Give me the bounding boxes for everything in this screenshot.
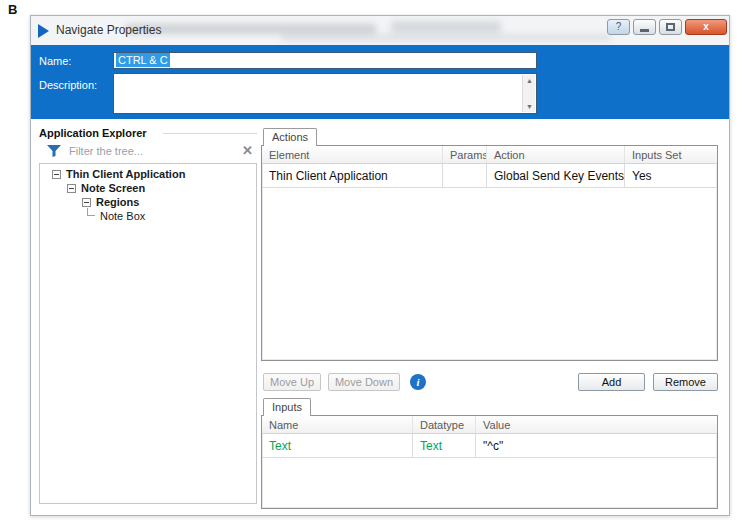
window-title: Navigate Properties (56, 23, 161, 37)
title-bar[interactable]: Navigate Properties ? x (31, 16, 729, 45)
actions-row[interactable]: Thin Client Application Global Send Key … (262, 164, 717, 188)
column-header-element[interactable]: Element (262, 146, 443, 163)
column-header-action[interactable]: Action (487, 146, 625, 163)
tree-item-thin-client-application[interactable]: Thin Client Application (40, 168, 256, 182)
tab-actions[interactable]: Actions (263, 128, 317, 146)
filter-funnel-icon (47, 145, 61, 157)
cell-element: Thin Client Application (262, 164, 443, 187)
filter-clear-icon[interactable]: ✕ (242, 143, 253, 158)
cell-params (443, 164, 487, 187)
add-button[interactable]: Add (578, 373, 645, 391)
inputs-grid-header: Name Datatype Value (262, 416, 717, 434)
info-icon[interactable]: i (410, 374, 426, 390)
properties-header: Name: CTRL & C Description: ▲ ▼ (31, 45, 729, 119)
navigate-properties-window: Navigate Properties ? x Name: CTRL & C D… (30, 15, 730, 516)
column-header-value[interactable]: Value (476, 416, 717, 433)
maximize-button[interactable] (659, 19, 682, 35)
figure-label: B (8, 2, 17, 17)
collapse-icon[interactable] (67, 184, 76, 193)
application-explorer-tree: Thin Client Application Note Screen Regi… (39, 163, 257, 504)
collapse-icon[interactable] (82, 198, 91, 207)
move-up-button[interactable]: Move Up (263, 373, 321, 391)
name-label: Name: (39, 55, 71, 67)
help-button[interactable]: ? (607, 19, 630, 35)
column-header-name[interactable]: Name (262, 416, 413, 433)
actions-grid-header: Element Params Action Inputs Set (262, 146, 717, 164)
inputs-row[interactable]: Text Text "^c" (262, 434, 717, 458)
description-textarea[interactable]: ▲ ▼ (113, 73, 537, 114)
tab-inputs[interactable]: Inputs (263, 398, 311, 416)
minimize-icon (640, 29, 649, 32)
tree-filter-input[interactable]: Filter the tree... ✕ (39, 142, 257, 160)
cell-input-name: Text (262, 434, 413, 457)
tree-item-note-screen[interactable]: Note Screen (40, 182, 256, 196)
maximize-icon (666, 23, 675, 31)
cell-input-datatype: Text (413, 434, 476, 457)
cell-action: Global Send Key Events (487, 164, 625, 187)
column-header-inputs-set[interactable]: Inputs Set (625, 146, 717, 163)
collapse-icon[interactable] (52, 170, 61, 179)
divider (163, 133, 257, 134)
close-button[interactable]: x (685, 19, 727, 35)
column-header-params[interactable]: Params (443, 146, 487, 163)
tree-item-note-box[interactable]: Note Box (40, 210, 256, 224)
actions-grid: Element Params Action Inputs Set Thin Cl… (261, 145, 718, 361)
background-artifact (126, 24, 376, 34)
cell-input-value: "^c" (476, 434, 717, 457)
name-input-selected-text: CTRL & C (116, 53, 170, 67)
tree-item-regions[interactable]: Regions (40, 196, 256, 210)
scroll-down-icon[interactable]: ▼ (523, 101, 536, 112)
description-scrollbar[interactable]: ▲ ▼ (522, 75, 535, 112)
tree-filter-placeholder: Filter the tree... (69, 145, 143, 157)
minimize-button[interactable] (633, 19, 656, 35)
move-down-button[interactable]: Move Down (328, 373, 400, 391)
remove-button[interactable]: Remove (653, 373, 718, 391)
scroll-up-icon[interactable]: ▲ (523, 75, 536, 86)
background-artifact (391, 21, 501, 33)
application-explorer-title: Application Explorer (39, 127, 147, 139)
tree-connector (87, 208, 95, 216)
window-app-icon (38, 24, 49, 38)
column-header-datatype[interactable]: Datatype (413, 416, 476, 433)
name-input[interactable]: CTRL & C (113, 52, 537, 69)
inputs-grid: Name Datatype Value Text Text "^c" (261, 415, 718, 509)
background-artifact (281, 34, 611, 41)
description-label: Description: (39, 79, 97, 91)
cell-inputs-set: Yes (625, 164, 717, 187)
